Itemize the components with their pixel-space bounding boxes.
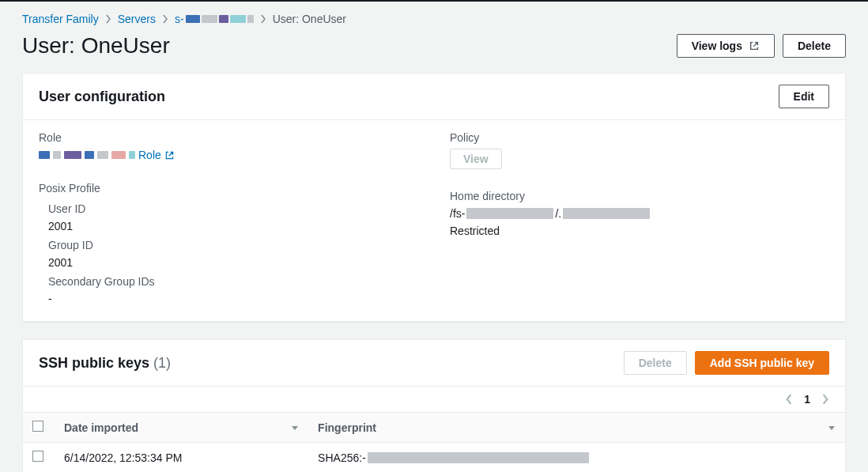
col-date-imported[interactable]: Date imported [64, 421, 138, 434]
ssh-keys-count: (1) [153, 355, 171, 371]
delete-user-button[interactable]: Delete [783, 34, 846, 58]
select-all-checkbox[interactable] [32, 421, 43, 432]
page-next-button[interactable] [821, 394, 829, 405]
home-directory-prefix: /fs- [450, 207, 465, 220]
policy-view-button[interactable]: View [450, 149, 502, 169]
chevron-right-icon [260, 14, 266, 24]
page-title: User: OneUser [22, 33, 170, 59]
view-logs-label: View logs [692, 40, 742, 52]
page-prev-button[interactable] [785, 394, 793, 405]
chevron-right-icon [105, 14, 111, 24]
sort-icon[interactable] [828, 424, 836, 432]
ssh-public-keys-panel: SSH public keys (1) Delete Add SSH publi… [22, 339, 846, 472]
user-id-value: 2001 [48, 220, 418, 232]
breadcrumb-servers[interactable]: Servers [118, 13, 156, 25]
breadcrumb-transfer-family[interactable]: Transfer Family [22, 13, 99, 25]
role-link-label: Role [138, 149, 161, 161]
row-fingerprint-prefix: SHA256:- [318, 451, 366, 464]
breadcrumb: Transfer Family Servers s- User: OneUser [22, 13, 846, 25]
role-link[interactable]: Role [138, 149, 175, 161]
ssh-keys-table: Date imported Fingerprint [23, 412, 845, 472]
page-number: 1 [804, 393, 810, 406]
role-label: Role [39, 131, 418, 144]
home-directory-label: Home directory [450, 190, 829, 202]
delete-key-button[interactable]: Delete [624, 351, 687, 375]
home-directory-restricted: Restricted [450, 225, 829, 237]
external-link-icon [749, 40, 760, 51]
posix-profile-label: Posix Profile [39, 182, 418, 194]
breadcrumb-server-id-prefix: s- [175, 13, 184, 25]
group-id-label: Group ID [48, 239, 418, 251]
secondary-gids-value: - [48, 293, 418, 305]
user-configuration-title: User configuration [39, 89, 165, 105]
breadcrumb-current: User: OneUser [273, 13, 346, 25]
edit-button[interactable]: Edit [779, 85, 829, 108]
breadcrumb-server-id[interactable]: s- [175, 13, 254, 25]
sort-icon[interactable] [291, 424, 299, 432]
user-configuration-panel: User configuration Edit Role [22, 73, 846, 322]
home-directory-mid: /. [555, 207, 561, 220]
group-id-value: 2001 [48, 256, 418, 269]
view-logs-button[interactable]: View logs [677, 34, 775, 58]
external-link-icon [164, 150, 175, 160]
ssh-keys-title: SSH public keys [39, 355, 149, 371]
secondary-gids-label: Secondary Group IDs [48, 275, 418, 288]
user-id-label: User ID [48, 202, 418, 215]
policy-label: Policy [450, 131, 829, 144]
chevron-right-icon [162, 14, 168, 24]
row-checkbox[interactable] [32, 451, 43, 462]
table-row[interactable]: 6/14/2022, 12:53:34 PM SHA256:- [23, 443, 845, 473]
add-ssh-public-key-button[interactable]: Add SSH public key [695, 351, 829, 375]
col-fingerprint[interactable]: Fingerprint [318, 421, 376, 434]
row-date-imported: 6/14/2022, 12:53:34 PM [55, 443, 308, 473]
